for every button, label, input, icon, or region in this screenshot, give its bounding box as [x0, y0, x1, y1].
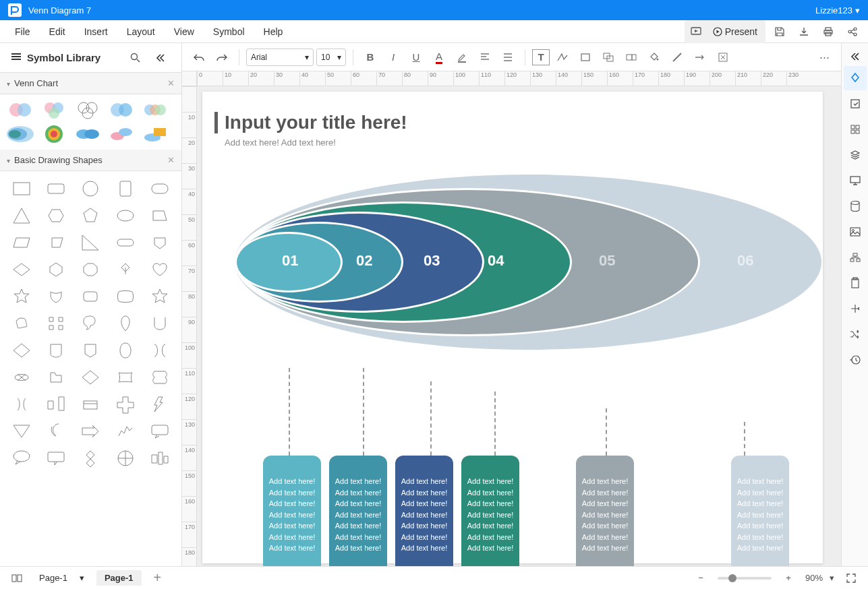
present-button[interactable]: Present — [706, 24, 764, 40]
venn-shape-5[interactable] — [140, 100, 170, 120]
basic-shape-13[interactable] — [109, 230, 141, 255]
connector-icon[interactable] — [552, 47, 573, 67]
menu-view[interactable]: View — [165, 22, 204, 41]
basic-shape-6[interactable] — [40, 204, 71, 228]
menu-symbol[interactable]: Symbol — [204, 22, 254, 41]
basic-shape-41[interactable] — [40, 392, 71, 416]
card-1[interactable]: Add text here! Add text here! Add text h… — [263, 456, 321, 566]
basic-shape-16[interactable] — [40, 257, 71, 282]
bold-icon[interactable]: B — [360, 47, 380, 67]
font-color-icon[interactable]: A — [429, 47, 449, 67]
basic-shape-54[interactable] — [144, 446, 176, 470]
basic-shape-9[interactable] — [144, 204, 176, 228]
menu-layout[interactable]: Layout — [117, 22, 165, 41]
basic-shape-50[interactable] — [5, 446, 37, 470]
font-family-select[interactable]: Arial▾ — [246, 49, 314, 66]
basic-shape-23[interactable] — [109, 284, 141, 309]
basic-shape-30[interactable] — [5, 338, 37, 363]
basic-shape-36[interactable] — [40, 365, 71, 390]
basic-shape-48[interactable] — [109, 419, 141, 443]
venn-shape-6[interactable] — [5, 124, 35, 144]
basic-shape-26[interactable] — [40, 311, 71, 336]
basic-shape-19[interactable] — [144, 257, 176, 282]
zoom-thumb[interactable] — [728, 574, 736, 582]
italic-icon[interactable]: I — [383, 47, 403, 67]
venn-shape-1[interactable] — [5, 100, 35, 120]
history-panel-icon[interactable] — [844, 348, 867, 372]
basic-shape-37[interactable] — [75, 365, 107, 390]
font-size-select[interactable]: 10▾ — [316, 49, 346, 66]
basic-shape-11[interactable] — [40, 230, 71, 255]
basic-shape-15[interactable] — [5, 257, 37, 282]
card-2[interactable]: Add text here! Add text here! Add text h… — [329, 456, 387, 566]
shape-rect-icon[interactable] — [575, 47, 596, 67]
menu-help[interactable]: Help — [254, 22, 293, 41]
basic-shape-42[interactable] — [75, 392, 107, 416]
basic-shape-1[interactable] — [40, 177, 71, 201]
redo-icon[interactable] — [212, 47, 232, 67]
basic-shape-4[interactable] — [144, 177, 176, 201]
basic-shape-44[interactable] — [144, 392, 176, 416]
card-6[interactable]: Add text here! Add text here! Add text h… — [731, 456, 789, 566]
line-spacing-icon[interactable] — [498, 47, 518, 67]
basic-shape-7[interactable] — [75, 204, 107, 228]
basic-shape-53[interactable] — [109, 446, 141, 470]
collapse-left-icon[interactable] — [150, 48, 171, 68]
basic-shape-21[interactable] — [40, 284, 71, 309]
basic-shape-35[interactable] — [5, 365, 37, 390]
fill-icon[interactable] — [644, 47, 664, 67]
menu-file[interactable]: File — [5, 22, 40, 41]
presentation-panel-icon[interactable] — [844, 168, 867, 193]
zoom-slider[interactable] — [718, 577, 772, 580]
basic-shape-0[interactable] — [5, 177, 37, 201]
highlight-icon[interactable] — [452, 47, 472, 67]
page-select[interactable]: Page-1▾ — [34, 573, 90, 583]
image-panel-icon[interactable] — [844, 220, 867, 244]
panel-venn-chart[interactable]: ▾Venn Chart ✕ — [0, 73, 181, 94]
basic-shape-5[interactable] — [5, 204, 37, 228]
grid-panel-icon[interactable] — [844, 117, 867, 142]
share-icon[interactable] — [842, 22, 863, 42]
basic-shape-10[interactable] — [5, 230, 37, 255]
num-04[interactable]: 04 — [488, 252, 504, 270]
num-06[interactable]: 06 — [737, 252, 753, 270]
basic-shape-2[interactable] — [75, 177, 107, 201]
database-panel-icon[interactable] — [844, 194, 867, 218]
add-page-button[interactable]: + — [148, 570, 167, 586]
num-02[interactable]: 02 — [356, 252, 372, 270]
close-icon[interactable]: ✕ — [167, 155, 175, 165]
fullscreen-icon[interactable] — [841, 568, 861, 588]
menu-insert[interactable]: Insert — [75, 22, 117, 41]
basic-shape-47[interactable] — [75, 419, 107, 443]
clipboard-panel-icon[interactable] — [844, 271, 867, 295]
close-icon[interactable]: ✕ — [167, 78, 175, 88]
basic-shape-32[interactable] — [75, 338, 107, 363]
venn-shape-8[interactable] — [73, 124, 103, 144]
text-tool-icon[interactable]: T — [532, 49, 550, 65]
basic-shape-28[interactable] — [109, 311, 141, 336]
align-icon[interactable] — [475, 47, 495, 67]
print-icon[interactable] — [818, 22, 838, 42]
basic-shape-51[interactable] — [40, 446, 71, 470]
page-title[interactable]: Input your title here! — [214, 112, 811, 133]
venn-diagram[interactable]: 01 02 03 04 05 06 — [214, 175, 821, 377]
zoom-value[interactable]: 90% — [805, 573, 823, 583]
basic-shape-12[interactable] — [75, 230, 107, 255]
save-icon[interactable] — [770, 22, 790, 42]
collapse-right-icon[interactable] — [842, 49, 869, 65]
venn-shape-2[interactable] — [39, 100, 69, 120]
underline-icon[interactable]: U — [406, 47, 426, 67]
canvas-page[interactable]: Input your title here! Add text here! Ad… — [202, 92, 823, 563]
page-subtitle[interactable]: Add text here! Add text here! — [214, 137, 811, 148]
basic-shape-40[interactable] — [5, 392, 37, 416]
style-panel-icon[interactable] — [844, 66, 867, 90]
panel-basic-shapes[interactable]: ▾Basic Drawing Shapes ✕ — [0, 150, 181, 171]
clear-format-icon[interactable] — [713, 47, 733, 67]
basic-shape-38[interactable] — [109, 365, 141, 390]
chevron-down-icon[interactable]: ▾ — [830, 573, 834, 583]
zoom-out-icon[interactable]: − — [691, 568, 711, 588]
venn-shape-3[interactable] — [73, 100, 103, 120]
venn-shape-4[interactable] — [107, 100, 136, 120]
zoom-in-icon[interactable]: + — [778, 568, 799, 588]
num-01[interactable]: 01 — [282, 252, 298, 270]
